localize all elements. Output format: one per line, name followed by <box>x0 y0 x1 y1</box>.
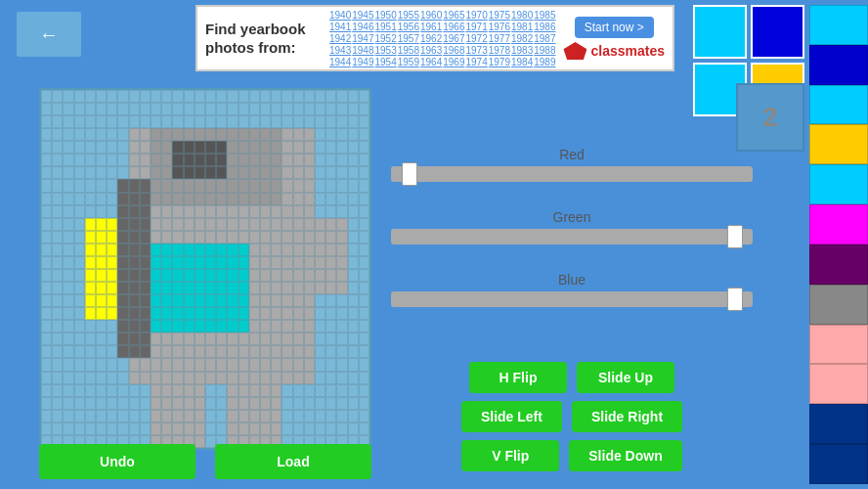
year-label[interactable]: 1982 <box>511 33 533 44</box>
pixel-cell[interactable] <box>117 128 128 141</box>
pixel-cell[interactable] <box>216 410 227 422</box>
pixel-cell[interactable] <box>315 269 326 282</box>
pixel-cell[interactable] <box>52 384 63 397</box>
pixel-cell[interactable] <box>359 128 369 141</box>
pixel-cell[interactable] <box>129 231 140 244</box>
pixel-cell[interactable] <box>63 193 73 205</box>
pixel-cell[interactable] <box>184 115 195 128</box>
pixel-cell[interactable] <box>304 205 315 218</box>
pixel-cell[interactable] <box>336 307 347 320</box>
pixel-cell[interactable] <box>326 166 336 179</box>
pixel-cell[interactable] <box>216 128 227 141</box>
pixel-cell[interactable] <box>293 256 304 269</box>
pixel-cell[interactable] <box>184 397 195 410</box>
pixel-cell[interactable] <box>282 410 292 422</box>
pixel-cell[interactable] <box>348 410 359 422</box>
pixel-cell[interactable] <box>348 422 359 435</box>
pixel-cell[interactable] <box>336 141 347 154</box>
palette-navy1[interactable] <box>809 404 868 444</box>
pixel-cell[interactable] <box>107 372 117 384</box>
year-label[interactable]: 1988 <box>534 45 555 56</box>
pixel-cell[interactable] <box>41 218 52 231</box>
pixel-cell[interactable] <box>271 410 282 422</box>
pixel-cell[interactable] <box>140 115 151 128</box>
pixel-cell[interactable] <box>315 231 326 244</box>
pixel-cell[interactable] <box>239 166 249 179</box>
pixel-cell[interactable] <box>336 410 347 422</box>
pixel-cell[interactable] <box>227 90 238 103</box>
pixel-cell[interactable] <box>227 345 238 358</box>
pixel-cell[interactable] <box>348 372 359 384</box>
pixel-cell[interactable] <box>151 256 161 269</box>
pixel-cell[interactable] <box>140 128 151 141</box>
pixel-cell[interactable] <box>96 193 107 205</box>
pixel-cell[interactable] <box>282 103 292 115</box>
year-label[interactable]: 1942 <box>329 33 351 44</box>
pixel-cell[interactable] <box>52 397 63 410</box>
pixel-cell[interactable] <box>117 179 128 192</box>
pixel-cell[interactable] <box>41 333 52 345</box>
pixel-cell[interactable] <box>336 218 347 231</box>
pixel-cell[interactable] <box>129 422 140 435</box>
pixel-cell[interactable] <box>63 282 73 294</box>
pixel-cell[interactable] <box>52 269 63 282</box>
pixel-cell[interactable] <box>271 333 282 345</box>
pixel-cell[interactable] <box>227 103 238 115</box>
year-label[interactable]: 1981 <box>511 22 533 32</box>
pixel-cell[interactable] <box>249 90 260 103</box>
pixel-cell[interactable] <box>195 231 205 244</box>
pixel-cell[interactable] <box>52 244 63 256</box>
pixel-cell[interactable] <box>41 115 52 128</box>
year-label[interactable]: 1959 <box>398 57 419 67</box>
year-label[interactable]: 1954 <box>374 57 396 67</box>
pixel-cell[interactable] <box>260 294 271 307</box>
pixel-cell[interactable] <box>52 218 63 231</box>
year-label[interactable]: 1979 <box>489 57 510 67</box>
pixel-cell[interactable] <box>239 307 249 320</box>
year-label[interactable]: 1956 <box>398 22 419 32</box>
pixel-cell[interactable] <box>52 372 63 384</box>
year-label[interactable]: 1940 <box>329 10 351 21</box>
pixel-cell[interactable] <box>140 205 151 218</box>
pixel-cell[interactable] <box>52 141 63 154</box>
pixel-cell[interactable] <box>63 345 73 358</box>
pixel-cell[interactable] <box>151 269 161 282</box>
pixel-cell[interactable] <box>117 231 128 244</box>
pixel-cell[interactable] <box>195 128 205 141</box>
pixel-cell[interactable] <box>271 307 282 320</box>
pixel-cell[interactable] <box>282 397 292 410</box>
pixel-cell[interactable] <box>348 103 359 115</box>
pixel-cell[interactable] <box>205 154 216 166</box>
pixel-cell[interactable] <box>205 269 216 282</box>
pixel-cell[interactable] <box>172 294 183 307</box>
pixel-cell[interactable] <box>74 333 85 345</box>
pixel-cell[interactable] <box>63 307 73 320</box>
pixel-cell[interactable] <box>195 358 205 371</box>
pixel-cell[interactable] <box>151 307 161 320</box>
pixel-cell[interactable] <box>107 294 117 307</box>
pixel-cell[interactable] <box>63 256 73 269</box>
pixel-cell[interactable] <box>129 193 140 205</box>
pixel-cell[interactable] <box>315 384 326 397</box>
pixel-cell[interactable] <box>304 282 315 294</box>
pixel-cell[interactable] <box>140 166 151 179</box>
pixel-cell[interactable] <box>326 205 336 218</box>
pixel-cell[interactable] <box>271 231 282 244</box>
pixel-cell[interactable] <box>195 422 205 435</box>
pixel-cell[interactable] <box>107 397 117 410</box>
pixel-cell[interactable] <box>304 333 315 345</box>
pixel-cell[interactable] <box>129 256 140 269</box>
pixel-cell[interactable] <box>271 294 282 307</box>
pixel-cell[interactable] <box>336 358 347 371</box>
pixel-cell[interactable] <box>336 256 347 269</box>
pixel-cell[interactable] <box>117 410 128 422</box>
pixel-cell[interactable] <box>140 307 151 320</box>
pixel-cell[interactable] <box>195 372 205 384</box>
slide-left-button[interactable]: Slide Left <box>461 401 562 432</box>
pixel-cell[interactable] <box>249 166 260 179</box>
pixel-cell[interactable] <box>359 103 369 115</box>
pixel-cell[interactable] <box>359 345 369 358</box>
pixel-cell[interactable] <box>107 244 117 256</box>
pixel-cell[interactable] <box>96 128 107 141</box>
pixel-cell[interactable] <box>336 166 347 179</box>
